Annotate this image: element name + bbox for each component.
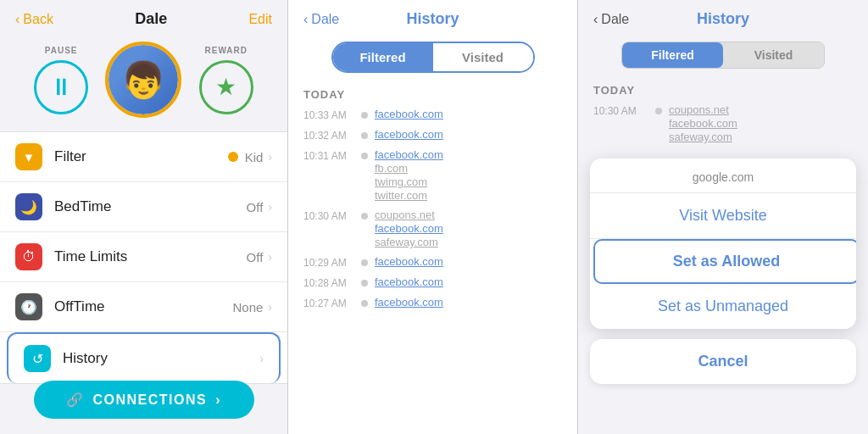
menu-item-timelimits[interactable]: ⏱ Time Limits Off › xyxy=(0,232,287,282)
right-panel: ‹ Dale History Filtered Visited TODAY 10… xyxy=(578,0,868,434)
reward-label: REWARD xyxy=(205,46,248,55)
entry-link[interactable]: facebook.com xyxy=(375,222,443,235)
entry-link[interactable]: facebook.com xyxy=(375,275,443,288)
connections-chevron-icon: › xyxy=(215,392,221,408)
entry-link[interactable]: facebook.com xyxy=(375,108,443,120)
right-link-coupons: coupons.net xyxy=(669,103,737,116)
entry-links: facebook.com xyxy=(375,108,443,120)
list-item: 10:31 AMfacebook.comfb.comtwimg.comtwitt… xyxy=(288,145,577,205)
list-item: 10:32 AMfacebook.com xyxy=(288,125,577,145)
left-panel: ‹ Back Dale Edit PAUSE ⏸ 👦 REWARD ★ xyxy=(0,0,288,434)
bedtime-icon: 🌙 xyxy=(15,193,42,220)
left-nav: ‹ Back Dale Edit xyxy=(0,0,287,35)
entry-links: coupons.netfacebook.comsafeway.com xyxy=(375,209,443,248)
entry-dot xyxy=(361,259,368,266)
kid-emoji: 👦 xyxy=(121,59,165,101)
middle-back-chevron: ‹ xyxy=(303,12,308,27)
right-dot-1030 xyxy=(655,108,662,114)
right-entry-time-1030: 10:30 AM xyxy=(593,103,648,117)
entry-link[interactable]: safeway.com xyxy=(375,236,443,248)
set-allowed-button[interactable]: Set as Allowed xyxy=(593,239,856,284)
entry-link[interactable]: facebook.com xyxy=(375,255,443,268)
right-entries: 10:30 AM coupons.net facebook.com safewa… xyxy=(578,100,868,148)
entry-link[interactable]: fb.com xyxy=(375,162,443,175)
entry-link[interactable]: twimg.com xyxy=(375,175,443,188)
entry-dot xyxy=(361,112,368,119)
entry-link[interactable]: facebook.com xyxy=(375,148,443,161)
entry-link[interactable]: twitter.com xyxy=(375,189,443,202)
filter-value: Kid xyxy=(245,150,264,164)
left-edit-button[interactable]: Edit xyxy=(248,12,272,27)
right-back-button[interactable]: ‹ Dale xyxy=(593,12,629,27)
history-label: History xyxy=(63,350,259,367)
right-tab-filtered[interactable]: Filtered xyxy=(622,42,723,68)
star-icon: ★ xyxy=(215,73,236,101)
right-toggle-wrap: Filtered Visited xyxy=(621,42,825,69)
right-nav: ‹ Dale History xyxy=(578,0,868,35)
middle-section-label: TODAY xyxy=(288,83,577,104)
entry-time: 10:32 AM xyxy=(303,128,361,142)
offtime-label: OffTime xyxy=(54,298,232,315)
entry-link[interactable]: facebook.com xyxy=(375,296,443,309)
entry-time: 10:31 AM xyxy=(303,148,361,162)
list-item: 10:30 AMcoupons.netfacebook.comsafeway.c… xyxy=(288,205,577,252)
right-nav-title: History xyxy=(697,10,749,28)
connections-button[interactable]: 🔗 CONNECTIONS › xyxy=(34,381,254,419)
entry-time: 10:29 AM xyxy=(303,255,361,269)
pause-circle: ⏸ xyxy=(34,60,88,114)
middle-back-label: Dale xyxy=(311,12,339,27)
offtime-icon: 🕐 xyxy=(15,293,42,320)
history-chevron: › xyxy=(259,352,264,365)
entry-links: facebook.com xyxy=(375,275,443,288)
list-item: 10:29 AMfacebook.com xyxy=(288,252,577,272)
connections-icon: 🔗 xyxy=(66,392,85,408)
middle-toggle-row: Filtered Visited xyxy=(288,35,577,83)
timelimits-icon: ⏱ xyxy=(15,243,42,270)
reward-circle: ★ xyxy=(199,60,253,114)
entry-dot xyxy=(361,153,368,159)
entry-link[interactable]: coupons.net xyxy=(375,209,443,221)
pause-button[interactable]: PAUSE ⏸ xyxy=(34,46,88,114)
menu-item-filter[interactable]: ▼ Filter Kid › xyxy=(0,132,287,182)
cancel-button[interactable]: Cancel xyxy=(590,339,856,384)
list-item: 10:28 AMfacebook.com xyxy=(288,272,577,292)
filter-badge xyxy=(228,152,238,162)
action-sheet: google.com Visit Website Set as Allowed … xyxy=(590,159,856,329)
middle-toggle-wrap: Filtered Visited xyxy=(331,42,535,73)
bedtime-label: BedTime xyxy=(54,198,247,215)
timelimits-label: Time Limits xyxy=(54,248,247,265)
menu-item-history[interactable]: ↺ History › xyxy=(7,332,281,383)
menu-item-offtime[interactable]: 🕐 OffTime None › xyxy=(0,282,287,332)
filter-label: Filter xyxy=(54,148,228,165)
set-unmanaged-button[interactable]: Set as Unmanaged xyxy=(590,284,856,329)
filter-icon: ▼ xyxy=(15,143,42,170)
list-item: 10:33 AMfacebook.com xyxy=(288,104,577,125)
kid-avatar[interactable]: 👦 xyxy=(105,42,181,118)
history-icon: ↺ xyxy=(24,345,51,372)
tab-visited[interactable]: Visited xyxy=(433,43,533,71)
action-sheet-title: google.com xyxy=(590,159,856,193)
entry-time: 10:33 AM xyxy=(303,108,361,121)
visit-website-button[interactable]: Visit Website xyxy=(590,193,856,239)
offtime-value: None xyxy=(232,300,263,314)
middle-entries: 10:33 AMfacebook.com10:32 AMfacebook.com… xyxy=(288,104,577,313)
bedtime-chevron: › xyxy=(268,200,272,214)
tab-filtered[interactable]: Filtered xyxy=(333,43,433,71)
reward-button[interactable]: REWARD ★ xyxy=(199,46,253,114)
entry-time: 10:28 AM xyxy=(303,275,361,289)
menu-item-bedtime[interactable]: 🌙 BedTime Off › xyxy=(0,182,287,232)
entry-links: facebook.com xyxy=(375,296,443,309)
middle-back-button[interactable]: ‹ Dale xyxy=(303,12,339,27)
offtime-chevron: › xyxy=(268,300,272,314)
entry-dot xyxy=(361,280,368,287)
left-back-button[interactable]: ‹ Back xyxy=(15,12,53,27)
menu-list: ▼ Filter Kid › 🌙 BedTime Off › ⏱ Time Li… xyxy=(0,131,287,384)
right-tab-visited[interactable]: Visited xyxy=(723,42,824,68)
right-link-safeway: safeway.com xyxy=(669,131,737,143)
entry-link[interactable]: facebook.com xyxy=(375,128,443,141)
right-entry-links-1030: coupons.net facebook.com safeway.com xyxy=(669,103,737,143)
left-back-label: Back xyxy=(23,12,53,27)
pause-label: PAUSE xyxy=(45,46,78,55)
avatar-section: PAUSE ⏸ 👦 REWARD ★ xyxy=(0,35,287,131)
middle-nav-title: History xyxy=(406,10,459,28)
